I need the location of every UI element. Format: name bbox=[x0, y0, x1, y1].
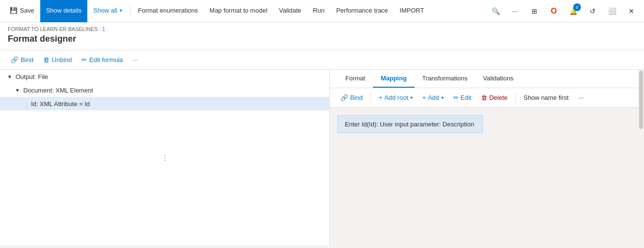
mapping-entry[interactable]: Enter Id(Id): User input parameter: Desc… bbox=[338, 115, 483, 133]
toolbar: 💾 Save Show details Show all ▾ Format en… bbox=[0, 0, 644, 22]
show-all-chevron-icon: ▾ bbox=[120, 8, 122, 13]
toolbar-right: 🔍 ··· ⊞ O 🔔 0 ↺ ⬜ ✕ bbox=[487, 2, 640, 20]
mapping-bind-icon: 🔗 bbox=[340, 94, 348, 101]
mapping-add-root-button[interactable]: + Add root ▾ bbox=[376, 92, 416, 103]
right-panel: Format Mapping Transformations Validatio… bbox=[330, 70, 644, 245]
add-root-chevron: ▾ bbox=[410, 95, 413, 100]
validate-button[interactable]: Validate bbox=[273, 0, 307, 22]
tab-transformations[interactable]: Transformations bbox=[415, 70, 475, 88]
breadcrumb-link[interactable]: 1 bbox=[102, 26, 105, 32]
tree-label-document: Document: XML Element bbox=[23, 87, 93, 94]
separator-1 bbox=[130, 5, 130, 17]
notification-area: 🔔 0 bbox=[564, 2, 582, 20]
map-sep-1 bbox=[370, 93, 371, 103]
import-button[interactable]: IMPORT bbox=[394, 0, 430, 22]
mapping-add-button[interactable]: + Add ▾ bbox=[419, 92, 447, 103]
main-content: ▼ Output: File ▼ Document: XML Element I… bbox=[0, 70, 644, 245]
tab-validations[interactable]: Validations bbox=[475, 70, 521, 88]
add-icon: + bbox=[422, 94, 426, 101]
action-bar: 🔗 Bind 🗑 Unbind ✏ Edit formula ··· bbox=[0, 50, 644, 70]
add-chevron: ▾ bbox=[441, 95, 444, 100]
more-action-button[interactable]: ··· bbox=[130, 54, 141, 65]
bind-button[interactable]: 🔗 Bind bbox=[8, 54, 36, 65]
edit-formula-icon: ✏ bbox=[81, 56, 87, 63]
tab-format[interactable]: Format bbox=[338, 70, 373, 88]
mapping-bind-button[interactable]: 🔗 Bind bbox=[338, 92, 366, 103]
bind-icon: 🔗 bbox=[11, 56, 18, 63]
mapping-delete-button[interactable]: 🗑 Delete bbox=[478, 92, 511, 103]
tree-toggle-document[interactable]: ▼ bbox=[14, 86, 21, 94]
save-icon: 💾 bbox=[10, 7, 17, 14]
delete-icon: 🗑 bbox=[481, 94, 487, 101]
edit-icon: ✏ bbox=[453, 94, 459, 101]
scrollbar[interactable] bbox=[638, 70, 644, 245]
more-options-button[interactable]: ··· bbox=[506, 2, 524, 20]
notification-badge: 0 bbox=[573, 3, 581, 11]
add-root-icon: + bbox=[379, 94, 383, 101]
unbind-icon: 🗑 bbox=[43, 56, 49, 63]
drag-handle[interactable]: ⋮ bbox=[161, 153, 169, 162]
tree-item-output[interactable]: ▼ Output: File bbox=[0, 70, 329, 83]
office-button[interactable]: O bbox=[545, 2, 563, 20]
run-button[interactable]: Run bbox=[307, 0, 330, 22]
page-header: FORMAT TO LEARN ER BASELINES : 1 Format … bbox=[0, 22, 644, 50]
mapping-toolbar: 🔗 Bind + Add root ▾ + Add ▾ ✏ Edit 🗑 Del… bbox=[330, 88, 644, 108]
tree-item-id[interactable]: Id: XML Attribute = Id bbox=[0, 97, 329, 110]
tree-label-output: Output: File bbox=[16, 73, 48, 80]
unbind-button[interactable]: 🗑 Unbind bbox=[40, 54, 75, 65]
tree-toggle-id bbox=[21, 100, 29, 108]
map-format-button[interactable]: Map format to model bbox=[204, 0, 273, 22]
breadcrumb-text: FORMAT TO LEARN ER BASELINES bbox=[8, 26, 98, 32]
save-button[interactable]: 💾 Save bbox=[4, 0, 40, 22]
mapping-edit-button[interactable]: ✏ Edit bbox=[451, 92, 474, 103]
format-enumerations-button[interactable]: Format enumerations bbox=[132, 0, 204, 22]
map-sep-2 bbox=[515, 93, 516, 103]
show-details-button[interactable]: Show details bbox=[40, 0, 88, 22]
page-title: Format designer bbox=[8, 34, 636, 44]
tab-bar: Format Mapping Transformations Validatio… bbox=[330, 70, 644, 88]
edit-formula-button[interactable]: ✏ Edit formula bbox=[79, 54, 126, 65]
search-button[interactable]: 🔍 bbox=[487, 2, 504, 20]
show-all-button[interactable]: Show all ▾ bbox=[87, 0, 128, 22]
tree-label-id: Id: XML Attribute = Id bbox=[31, 100, 90, 108]
tab-mapping[interactable]: Mapping bbox=[373, 70, 414, 88]
tree-item-document[interactable]: ▼ Document: XML Element bbox=[0, 83, 329, 97]
close-button[interactable]: ✕ bbox=[623, 2, 640, 20]
show-name-first-button[interactable]: Show name first bbox=[521, 92, 572, 103]
mapping-content: Enter Id(Id): User input parameter: Desc… bbox=[330, 108, 644, 245]
mapping-more-button[interactable]: ··· bbox=[576, 92, 587, 103]
left-panel: ▼ Output: File ▼ Document: XML Element I… bbox=[0, 70, 330, 245]
maximize-button[interactable]: ⬜ bbox=[603, 2, 621, 20]
tree-toggle-output[interactable]: ▼ bbox=[6, 73, 14, 80]
scrollbar-thumb[interactable] bbox=[639, 71, 643, 129]
apps-button[interactable]: ⊞ bbox=[526, 2, 543, 20]
breadcrumb: FORMAT TO LEARN ER BASELINES : 1 bbox=[8, 26, 636, 32]
performance-trace-button[interactable]: Performance trace bbox=[330, 0, 394, 22]
refresh-button[interactable]: ↺ bbox=[584, 2, 601, 20]
